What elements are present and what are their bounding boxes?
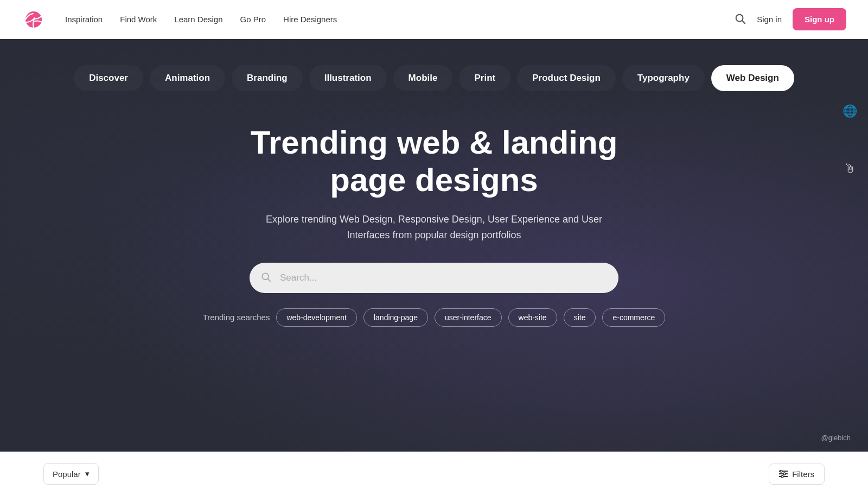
bottom-bar: Popular ▾ Filters (0, 452, 868, 495)
trending-tag-landing-page[interactable]: landing-page (363, 308, 428, 327)
filters-label: Filters (792, 469, 814, 479)
search-input[interactable] (250, 263, 618, 293)
cat-animation[interactable]: Animation (150, 65, 225, 91)
category-bar: Discover Animation Branding Illustration… (74, 65, 794, 91)
hero-subtitle: Explore trending Web Design, Responsive … (260, 212, 608, 243)
cat-typography[interactable]: Typography (622, 65, 705, 91)
cat-mobile[interactable]: Mobile (393, 65, 453, 91)
trending-searches: Trending searches web-development landin… (203, 308, 666, 327)
cat-illustration[interactable]: Illustration (309, 65, 387, 91)
svg-point-9 (780, 470, 782, 472)
attribution: @glebich (821, 434, 851, 442)
signin-link[interactable]: Sign in (757, 15, 782, 24)
hero-title: Trending web & landing page designs (244, 124, 624, 199)
filters-icon (779, 470, 788, 478)
nav-find-work[interactable]: Find Work (120, 15, 157, 24)
nav-go-pro[interactable]: Go Pro (240, 15, 266, 24)
search-icon-button[interactable] (734, 12, 746, 26)
navbar-right: Sign in Sign up (734, 8, 846, 30)
nav-hire-designers[interactable]: Hire Designers (283, 15, 337, 24)
mouse-icon: 🖱 (844, 162, 856, 176)
trending-label: Trending searches (203, 313, 270, 322)
nav-learn-design[interactable]: Learn Design (174, 15, 222, 24)
cat-discover[interactable]: Discover (74, 65, 143, 91)
cat-branding[interactable]: Branding (232, 65, 303, 91)
cat-product-design[interactable]: Product Design (517, 65, 616, 91)
trending-tag-site[interactable]: site (564, 308, 596, 327)
filters-button[interactable]: Filters (769, 464, 825, 485)
navbar: dribbble Inspiration Find Work Learn Des… (0, 0, 868, 39)
trending-tag-user-interface[interactable]: user-interface (435, 308, 502, 327)
svg-line-3 (742, 21, 745, 23)
cat-web-design[interactable]: Web Design (711, 65, 794, 91)
cat-print[interactable]: Print (459, 65, 510, 91)
sort-label: Popular (53, 469, 81, 479)
trending-tag-web-site[interactable]: web-site (508, 308, 557, 327)
nav-inspiration[interactable]: Inspiration (65, 15, 103, 24)
svg-point-11 (781, 475, 783, 478)
trending-tag-web-development[interactable]: web-development (276, 308, 357, 327)
side-icons: 🌐 🖱 (843, 104, 857, 176)
search-bar-container (250, 263, 618, 293)
sort-select[interactable]: Popular ▾ (43, 463, 99, 485)
dribbble-logo[interactable]: dribbble (22, 11, 46, 28)
chevron-down-icon: ▾ (85, 469, 90, 479)
signup-button[interactable]: Sign up (793, 8, 846, 30)
navbar-left: dribbble Inspiration Find Work Learn Des… (22, 11, 337, 28)
svg-point-10 (783, 473, 786, 475)
hero-content: Trending web & landing page designs Expl… (222, 124, 646, 293)
globe-icon: 🌐 (843, 104, 857, 118)
hero-section: 🌐 🖱 Discover Animation Branding Illustra… (0, 39, 868, 452)
trending-tag-ecommerce[interactable]: e-commerce (602, 308, 665, 327)
search-icon (734, 12, 746, 24)
nav-links: Inspiration Find Work Learn Design Go Pr… (65, 15, 337, 24)
